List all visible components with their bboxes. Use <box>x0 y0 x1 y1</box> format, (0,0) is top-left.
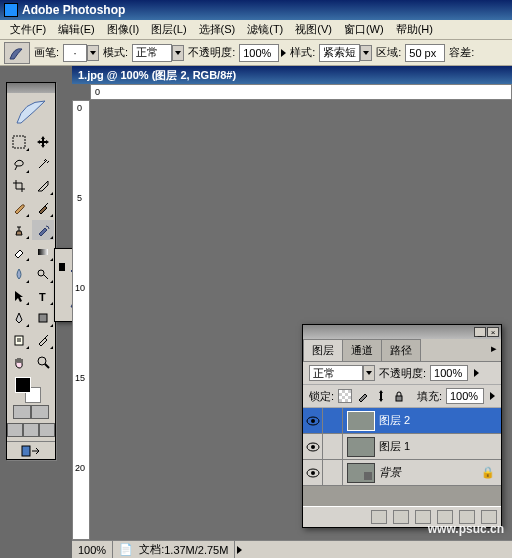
tolerance-label: 容差: <box>449 45 474 60</box>
layer-name[interactable]: 背景 <box>379 465 401 480</box>
menu-image[interactable]: 图像(I) <box>101 20 145 39</box>
hand-tool[interactable] <box>7 351 31 373</box>
eraser-tool[interactable] <box>7 241 31 263</box>
history-art-brush-icon <box>8 45 26 61</box>
layer-name[interactable]: 图层 2 <box>379 413 410 428</box>
dodge-tool[interactable] <box>31 263 55 285</box>
layer-row[interactable]: 背景 🔒 <box>303 460 501 486</box>
move-tool[interactable] <box>31 131 55 153</box>
layer-row[interactable]: 图层 1 <box>303 434 501 460</box>
foreground-color[interactable] <box>15 377 31 393</box>
panel-titlebar[interactable]: _ × <box>303 325 501 339</box>
gradient-tool[interactable] <box>31 241 55 263</box>
crop-tool[interactable] <box>7 175 31 197</box>
layer-thumbnail[interactable] <box>347 463 375 483</box>
menu-edit[interactable]: 编辑(E) <box>52 20 101 39</box>
visibility-toggle[interactable] <box>303 434 323 459</box>
lock-position-icon[interactable] <box>374 389 388 403</box>
menu-file[interactable]: 文件(F) <box>4 20 52 39</box>
lock-transparent-icon[interactable] <box>338 389 352 403</box>
visibility-toggle[interactable] <box>303 408 323 433</box>
standard-mode[interactable] <box>13 405 31 419</box>
screen-standard[interactable] <box>7 423 23 437</box>
ruler-vertical[interactable]: 0 5 10 15 20 <box>72 100 90 540</box>
style-select[interactable]: 紧索短 <box>319 44 372 62</box>
history-brush-tool[interactable] <box>31 219 55 241</box>
menu-filter[interactable]: 滤镜(T) <box>241 20 289 39</box>
layer-mask-icon[interactable] <box>393 510 409 524</box>
menu-window[interactable]: 窗口(W) <box>338 20 390 39</box>
flyout-arrow-icon[interactable] <box>281 49 286 57</box>
chevron-down-icon[interactable] <box>172 45 184 61</box>
zoom-level[interactable]: 100% <box>72 541 113 558</box>
layer-thumbnail[interactable] <box>347 437 375 457</box>
marquee-tool[interactable] <box>7 131 31 153</box>
notes-tool[interactable] <box>7 329 31 351</box>
blend-mode-select[interactable]: 正常 <box>309 365 375 381</box>
panel-menu-icon[interactable]: ▸ <box>487 339 501 361</box>
toolbox-grip[interactable] <box>7 83 55 93</box>
menu-select[interactable]: 选择(S) <box>193 20 242 39</box>
tab-layers[interactable]: 图层 <box>303 339 343 361</box>
doc-info[interactable]: 📄 文档: 1.37M/2.75M <box>113 541 235 558</box>
chevron-down-icon[interactable] <box>363 365 375 381</box>
menu-layer[interactable]: 图层(L) <box>145 20 192 39</box>
flyout-arrow-icon[interactable] <box>474 369 479 377</box>
color-swatches[interactable] <box>7 373 55 405</box>
link-column[interactable] <box>323 460 343 485</box>
area-input[interactable]: 50 px <box>405 44 445 62</box>
layer-name[interactable]: 图层 1 <box>379 439 410 454</box>
mode-label: 模式: <box>103 45 128 60</box>
jump-to-imageready[interactable] <box>7 441 55 459</box>
layer-fill-input[interactable]: 100% <box>446 388 484 404</box>
app-icon <box>4 3 18 17</box>
layer-style-icon[interactable] <box>371 510 387 524</box>
lock-all-icon[interactable] <box>392 389 406 403</box>
layer-thumbnail[interactable] <box>347 411 375 431</box>
close-icon[interactable]: × <box>487 327 499 337</box>
mode-select[interactable]: 正常 <box>132 44 184 62</box>
tab-paths[interactable]: 路径 <box>381 339 421 361</box>
menu-help[interactable]: 帮助(H) <box>390 20 439 39</box>
lasso-tool[interactable] <box>7 153 31 175</box>
clone-stamp-tool[interactable] <box>7 219 31 241</box>
screen-full-menubar[interactable] <box>23 423 39 437</box>
menu-view[interactable]: 视图(V) <box>289 20 338 39</box>
flyout-arrow-icon[interactable] <box>490 392 495 400</box>
flyout-arrow-icon[interactable] <box>237 546 242 554</box>
eyedropper-tool[interactable] <box>31 329 55 351</box>
shape-tool[interactable] <box>31 307 55 329</box>
style-label: 样式: <box>290 45 315 60</box>
chevron-down-icon[interactable] <box>87 45 99 61</box>
screen-full[interactable] <box>39 423 55 437</box>
document-title[interactable]: 1.jpg @ 100% (图层 2, RGB/8#) <box>72 66 512 84</box>
ruler-horizontal[interactable]: 0 <box>90 84 512 100</box>
svg-rect-0 <box>13 136 25 148</box>
link-column[interactable] <box>323 434 343 459</box>
magic-wand-tool[interactable] <box>31 153 55 175</box>
tool-grid: T <box>7 131 55 373</box>
blur-tool[interactable] <box>7 263 31 285</box>
lock-image-icon[interactable] <box>356 389 370 403</box>
zoom-tool[interactable] <box>31 351 55 373</box>
watermark: www.psuc.cn <box>428 522 504 536</box>
chevron-down-icon[interactable] <box>360 45 372 61</box>
tab-channels[interactable]: 通道 <box>342 339 382 361</box>
healing-brush-tool[interactable] <box>7 197 31 219</box>
minimize-icon[interactable]: _ <box>474 327 486 337</box>
brush-picker[interactable]: · <box>63 44 99 62</box>
opacity-input[interactable]: 100% <box>239 44 286 62</box>
layer-row[interactable]: 图层 2 <box>303 408 501 434</box>
tool-preset-icon[interactable] <box>4 42 30 64</box>
link-column[interactable] <box>323 408 343 433</box>
pen-tool[interactable] <box>7 307 31 329</box>
slice-tool[interactable] <box>31 175 55 197</box>
visibility-toggle[interactable] <box>303 460 323 485</box>
path-selection-tool[interactable] <box>7 285 31 307</box>
panel-tabs: 图层 通道 路径 ▸ <box>303 339 501 362</box>
brush-tool[interactable] <box>31 197 55 219</box>
quick-mask-mode[interactable] <box>31 405 49 419</box>
svg-rect-7 <box>22 446 30 456</box>
layer-opacity-input[interactable]: 100% <box>430 365 468 381</box>
type-tool[interactable]: T <box>31 285 55 307</box>
